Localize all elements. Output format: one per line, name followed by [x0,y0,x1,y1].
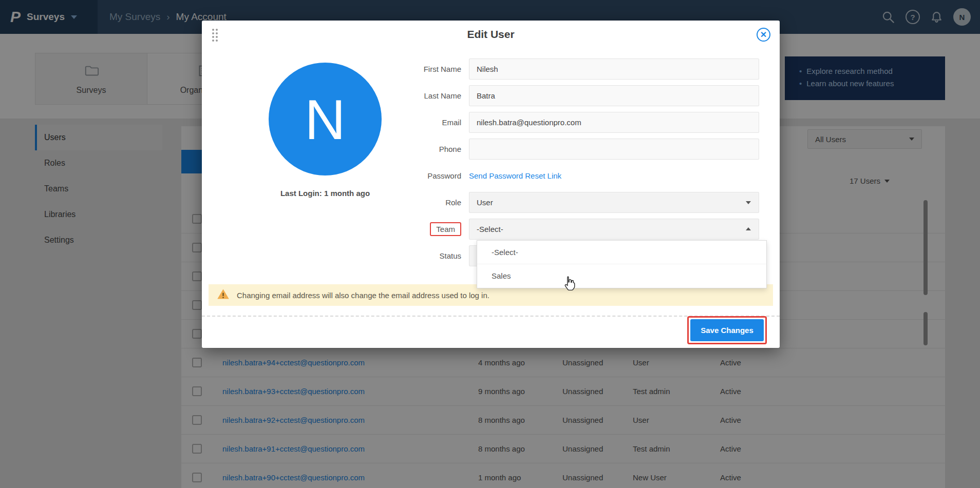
close-icon[interactable]: ✕ [757,28,770,42]
team-select[interactable]: -Select- [469,219,759,240]
status-label: Status [383,245,469,266]
modal-avatar: N [269,63,382,175]
send-password-reset-link[interactable]: Send Password Reset Link [469,171,561,180]
chevron-down-icon [746,201,751,204]
app-root: P Surveys My Surveys › My Account ? N Su… [0,0,980,488]
first-name-field[interactable] [469,58,759,80]
password-label: Password [383,165,469,186]
last-name-label: Last Name [383,85,469,106]
team-label-highlight: Team [430,222,461,236]
email-field[interactable] [469,112,759,133]
save-changes-button[interactable]: Save Changes [690,319,764,341]
email-label: Email [383,112,469,133]
role-select-value: User [477,198,493,207]
modal-title: Edit User [202,21,780,45]
save-button-highlight: Save Changes [687,316,767,344]
last-name-field[interactable] [469,85,759,106]
warning-text: Changing email address will also change … [237,291,489,300]
first-name-label: First Name [383,58,469,80]
phone-field[interactable] [469,139,759,160]
role-label: Role [383,192,469,213]
phone-label: Phone [383,139,469,160]
team-label: Team [436,225,455,233]
chevron-up-icon [746,227,751,230]
team-select-value: -Select- [477,225,503,233]
team-dropdown-menu: -Select- Sales [477,240,767,288]
team-option-select[interactable]: -Select- [477,241,766,264]
role-select[interactable]: User [469,192,759,213]
edit-user-modal: Edit User ✕ N Last Login: 1 month ago Fi… [202,21,780,348]
warning-icon [216,287,230,303]
team-option-sales[interactable]: Sales [477,264,766,288]
